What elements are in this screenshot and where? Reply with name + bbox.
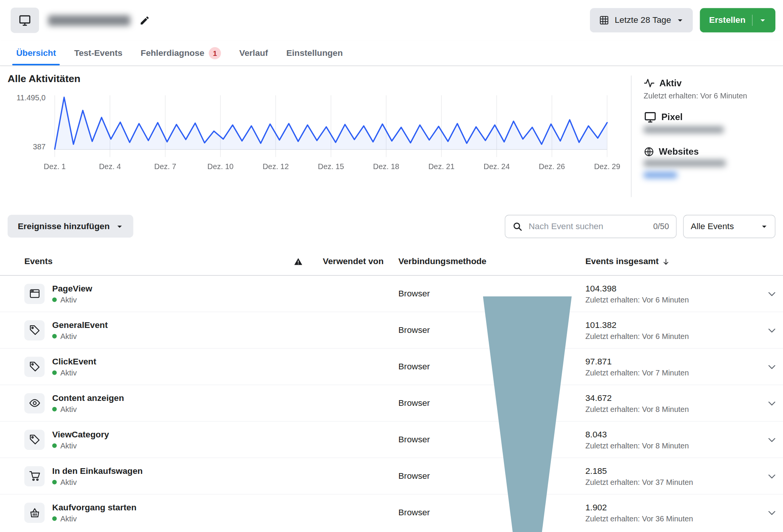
connection-method: Browser — [398, 508, 585, 518]
sort-descending-icon — [662, 258, 670, 266]
event-icon-box — [24, 283, 44, 304]
tab-label: Fehlerdiagnose — [141, 48, 204, 58]
svg-text:Dez. 1: Dez. 1 — [44, 162, 66, 171]
tab-verlauf[interactable]: Verlauf — [230, 41, 277, 65]
event-name: Content anzeigen — [52, 393, 124, 403]
active-status-dot — [52, 370, 57, 375]
expand-row-button[interactable] — [760, 361, 783, 372]
y-axis-min-label: 387 — [2, 142, 46, 151]
svg-text:Dez. 12: Dez. 12 — [263, 162, 289, 171]
events-total-cell: 101.382 Zuletzt erhalten: Vor 6 Minuten — [585, 320, 760, 340]
column-events: Events — [0, 256, 274, 268]
last-received: Zuletzt erhalten: Vor 6 Minuten — [585, 332, 760, 340]
active-status-dot — [52, 516, 57, 521]
chevron-down-icon — [767, 434, 777, 445]
active-status-dot — [52, 407, 57, 411]
event-row[interactable]: Kaufvorgang starten Aktiv Browser 1.902 … — [0, 494, 783, 531]
svg-text:Dez. 24: Dez. 24 — [483, 162, 510, 171]
tab-einstellungen[interactable]: Einstellungen — [277, 41, 352, 65]
event-row[interactable]: PageView Aktiv Browser 104.398 Zuletzt e… — [0, 276, 783, 312]
websites-row: Websites — [644, 146, 778, 157]
status-panel: Aktiv Zuletzt erhalten: Vor 6 Minuten Pi… — [644, 78, 778, 178]
overview-section: Alle Aktivitäten 11.495,0 387 Dez. 1Dez.… — [0, 66, 783, 216]
event-count: 1.902 — [585, 503, 760, 513]
event-row[interactable]: ClickEvent Aktiv Browser 97.871 Zuletzt … — [0, 348, 783, 385]
active-status-dot — [52, 297, 57, 302]
events-table: Events Verwendet von Verbindungsmethode … — [0, 248, 783, 531]
event-status: Aktiv — [52, 441, 109, 450]
svg-text:Dez. 29: Dez. 29 — [594, 162, 620, 171]
connection-method: Browser — [398, 471, 585, 481]
date-range-button[interactable]: Letzte 28 Tage — [590, 8, 693, 32]
connection-method: Browser — [398, 434, 585, 445]
event-row[interactable]: GeneralEvent Aktiv Browser 101.382 Zulet… — [0, 312, 783, 348]
basket-icon — [29, 507, 40, 519]
last-received: Zuletzt erhalten: Vor 37 Minuten — [585, 478, 760, 486]
event-cell: ViewCategory Aktiv — [0, 429, 274, 450]
pixel-status-sub: Zuletzt erhalten: Vor 6 Minuten — [644, 91, 778, 100]
pixel-name-redacted — [48, 15, 130, 25]
event-icon-box — [24, 320, 44, 340]
event-count: 8.043 — [585, 429, 760, 440]
expand-row-button[interactable] — [760, 434, 783, 445]
more-websites-link-redacted[interactable] — [644, 172, 677, 178]
event-status: Aktiv — [52, 514, 136, 523]
status-label: Aktiv — [60, 441, 77, 450]
expand-row-button[interactable] — [760, 325, 783, 335]
events-table-header: Events Verwendet von Verbindungsmethode … — [0, 248, 783, 276]
caret-down-icon — [677, 17, 684, 24]
column-used-by: Verwendet von — [323, 256, 398, 268]
event-cell: Content anzeigen Aktiv — [0, 393, 274, 413]
expand-row-button[interactable] — [760, 508, 783, 518]
add-events-button[interactable]: Ereignisse hinzufügen — [8, 215, 133, 238]
event-count: 34.672 — [585, 393, 760, 403]
status-label: Aktiv — [60, 514, 77, 523]
event-status: Aktiv — [52, 478, 143, 486]
caret-down-icon — [761, 223, 768, 230]
search-icon — [512, 222, 523, 232]
tab-fehlerdiagnose[interactable]: Fehlerdiagnose1 — [132, 41, 230, 65]
event-count: 104.398 — [585, 283, 760, 294]
events-total-cell: 1.902 Zuletzt erhalten: Vor 36 Minuten — [585, 503, 760, 523]
expand-row-button[interactable] — [760, 288, 783, 299]
chevron-down-icon — [767, 398, 777, 408]
tab-label: Verlauf — [239, 48, 268, 58]
tab-test-events[interactable]: Test-Events — [65, 41, 132, 65]
events-table-body: PageView Aktiv Browser 104.398 Zuletzt e… — [0, 276, 783, 531]
event-cell: PageView Aktiv — [0, 283, 274, 304]
pixel-entity-badge — [11, 8, 39, 33]
svg-text:Dez. 15: Dez. 15 — [318, 162, 344, 171]
last-received: Zuletzt erhalten: Vor 36 Minuten — [585, 514, 760, 523]
button-divider — [752, 15, 753, 26]
create-button[interactable]: Erstellen — [700, 8, 775, 32]
event-row[interactable]: Content anzeigen Aktiv Browser 34.672 Zu… — [0, 385, 783, 421]
chevron-down-icon — [767, 288, 777, 299]
search-input[interactable] — [528, 221, 648, 232]
event-count: 2.185 — [585, 466, 760, 476]
tab-error-badge: 1 — [209, 47, 221, 59]
event-cell: ClickEvent Aktiv — [0, 356, 274, 377]
svg-text:Dez. 18: Dez. 18 — [373, 162, 399, 171]
column-total[interactable]: Events insgesamt — [585, 256, 760, 268]
expand-row-button[interactable] — [760, 398, 783, 408]
tab-übersicht[interactable]: Übersicht — [7, 41, 65, 65]
monitor-icon — [644, 111, 657, 124]
event-filter-dropdown[interactable]: Alle Events — [683, 215, 775, 238]
event-filter-label: Alle Events — [691, 222, 734, 232]
pencil-icon — [139, 15, 150, 25]
window-icon — [29, 288, 40, 299]
event-cell: Kaufvorgang starten Aktiv — [0, 503, 274, 523]
topbar: Letzte 28 Tage Erstellen — [0, 0, 783, 41]
events-total-cell: 34.672 Zuletzt erhalten: Vor 8 Minuten — [585, 393, 760, 413]
event-row[interactable]: In den Einkaufswagen Aktiv Browser 2.185… — [0, 458, 783, 494]
event-row[interactable]: ViewCategory Aktiv Browser 8.043 Zuletzt… — [0, 421, 783, 458]
cart-icon — [29, 470, 40, 482]
vertical-divider — [631, 76, 631, 197]
svg-text:Dez. 4: Dez. 4 — [99, 162, 121, 171]
edit-pixel-name-button[interactable] — [137, 13, 152, 28]
event-cell: In den Einkaufswagen Aktiv — [0, 466, 274, 486]
expand-row-button[interactable] — [760, 471, 783, 481]
status-label: Aktiv — [60, 478, 77, 486]
svg-text:Dez. 26: Dez. 26 — [539, 162, 565, 171]
event-name: Kaufvorgang starten — [52, 503, 136, 513]
